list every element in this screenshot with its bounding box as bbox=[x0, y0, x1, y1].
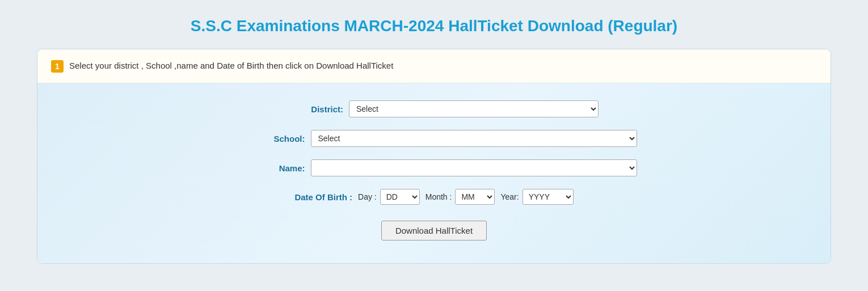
info-section: 1 Select your district , School ,name an… bbox=[37, 49, 831, 83]
school-select[interactable]: Select bbox=[311, 130, 637, 147]
school-label: School: bbox=[231, 134, 305, 144]
district-label: District: bbox=[269, 104, 343, 114]
name-row: Name: bbox=[60, 159, 808, 176]
main-container: 1 Select your district , School ,name an… bbox=[37, 49, 831, 264]
name-label: Name: bbox=[231, 163, 305, 173]
name-select[interactable] bbox=[311, 159, 637, 176]
district-select[interactable]: Select bbox=[349, 100, 599, 117]
info-badge: 1 bbox=[51, 60, 64, 73]
dob-label: Date Of Birth : bbox=[294, 192, 352, 202]
year-unit-label: Year: bbox=[500, 192, 519, 201]
day-unit-label: Day : bbox=[358, 192, 377, 201]
button-row: Download HallTicket bbox=[60, 221, 808, 241]
form-section: District: Select School: Select Name: Da… bbox=[37, 83, 831, 263]
district-row: District: Select bbox=[60, 100, 808, 117]
month-unit-label: Month : bbox=[425, 192, 452, 201]
year-select[interactable]: YYYY bbox=[523, 189, 574, 205]
day-select[interactable]: DD bbox=[380, 189, 420, 205]
school-row: School: Select bbox=[60, 130, 808, 147]
month-select[interactable]: MM bbox=[455, 189, 495, 205]
info-text: Select your district , School ,name and … bbox=[69, 60, 393, 73]
dob-row: Date Of Birth : Day : DD Month : MM Year… bbox=[60, 189, 808, 205]
page-title: S.S.C Examinations MARCH-2024 HallTicket… bbox=[191, 17, 677, 35]
download-hallticket-button[interactable]: Download HallTicket bbox=[381, 221, 487, 241]
